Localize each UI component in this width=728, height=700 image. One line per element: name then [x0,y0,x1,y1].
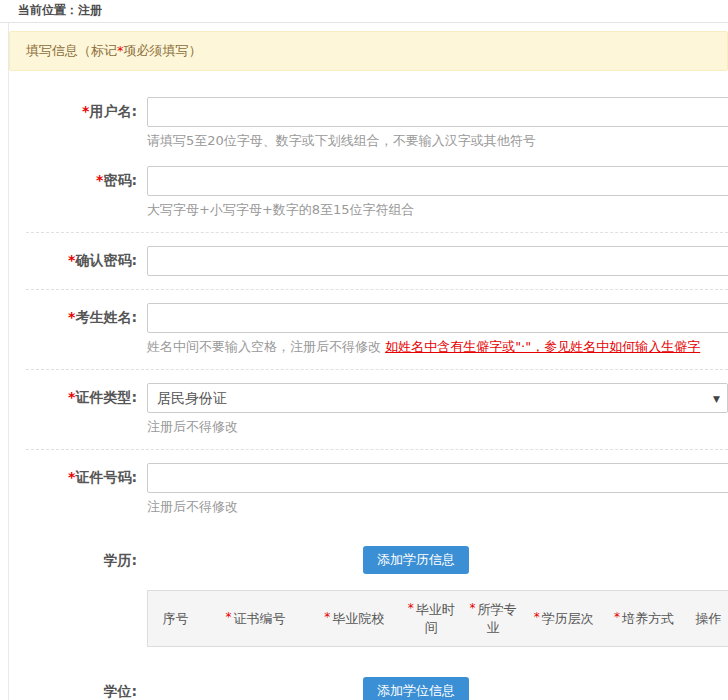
education-col-index: 序号 [148,591,204,647]
id-type-select[interactable]: 居民身份证 ▼ [147,383,728,413]
field-id-number: *证件号码: 注册后不得修改 [9,463,728,516]
education-table: 序号 *证书编号 *毕业院校 *毕业时间 *所学专业 *学历层次 *培养方式 操… [147,590,728,647]
education-col-actions: 操作 [684,591,728,647]
candidate-name-hint-text: 姓名中间不要输入空格，注册后不得修改 [147,339,381,354]
education-col-school: *毕业院校 [308,591,401,647]
password-input[interactable] [147,166,728,196]
id-number-input[interactable] [147,463,728,493]
candidate-name-label: *考生姓名: [9,303,137,327]
section-education: 学历: 添加学历信息 序号 *证书编号 *毕业院校 [9,546,728,647]
divider [26,232,728,233]
required-asterisk: * [225,610,231,624]
divider [26,369,728,370]
password-label: *密码: [9,166,137,190]
field-password: *密码: 大写字母+小写字母+数字的8至15位字符组合 [9,166,728,219]
education-label: 学历: [9,546,137,570]
rare-character-help-link[interactable]: 如姓名中含有生僻字或"·"，参见姓名中如何输入生僻字 [385,339,700,354]
chevron-down-icon: ▼ [713,384,720,414]
field-id-type: *证件类型: 居民身份证 ▼ 注册后不得修改 [9,383,728,436]
education-col-graduation-time: *毕业时间 [400,591,462,647]
password-hint: 大写字母+小写字母+数字的8至15位字符组合 [147,201,728,219]
confirm-password-label: *确认密码: [9,246,137,270]
id-type-label: *证件类型: [9,383,137,407]
degree-label: 学位: [9,677,137,700]
add-education-button[interactable]: 添加学历信息 [363,546,469,574]
education-table-header-row: 序号 *证书编号 *毕业院校 *毕业时间 *所学专业 *学历层次 *培养方式 操… [148,591,728,647]
candidate-name-input[interactable] [147,303,728,333]
registration-page: 当前位置：注册 填写信息（标记*项必须填写） *用户名: 请填写5至20位字母、… [0,0,728,700]
username-input[interactable] [147,97,728,127]
required-asterisk: * [324,610,330,624]
candidate-name-hint: 姓名中间不要输入空格，注册后不得修改 如姓名中含有生僻字或"·"，参见姓名中如何… [147,338,728,356]
username-hint: 请填写5至20位字母、数字或下划线组合，不要输入汉字或其他符号 [147,132,728,150]
id-type-hint: 注册后不得修改 [147,418,728,436]
education-col-level: *学历层次 [524,591,604,647]
section-degree: 学位: 添加学位信息 序号 *证书编号 *学校名称 [9,677,728,700]
required-asterisk: * [534,610,540,624]
confirm-password-label-text: 确认密码: [75,252,137,268]
id-number-label-text: 证件号码: [75,469,137,485]
password-label-text: 密码: [103,172,137,188]
add-degree-button[interactable]: 添加学位信息 [363,677,469,700]
required-asterisk: * [469,601,475,615]
breadcrumb: 当前位置：注册 [0,0,728,23]
education-col-major: *所学专业 [462,591,524,647]
divider [26,289,728,290]
username-label-text: 用户名: [89,103,137,119]
confirm-password-input[interactable] [147,246,728,276]
field-username: *用户名: 请填写5至20位字母、数字或下划线组合，不要输入汉字或其他符号 [9,97,728,150]
id-number-label: *证件号码: [9,463,137,487]
education-col-training-mode: *培养方式 [604,591,684,647]
username-label: *用户名: [9,97,137,121]
id-type-selected-value: 居民身份证 [157,390,227,406]
id-number-hint: 注册后不得修改 [147,498,728,516]
required-asterisk: * [614,610,620,624]
banner-text-prefix: 填写信息（标记 [26,43,117,58]
field-candidate-name: *考生姓名: 姓名中间不要输入空格，注册后不得修改 如姓名中含有生僻字或"·"，… [9,303,728,356]
candidate-name-label-text: 考生姓名: [75,309,137,325]
banner-text-suffix: 项必须填写） [124,43,202,58]
divider [26,449,728,450]
field-confirm-password: *确认密码: [9,246,728,276]
breadcrumb-text: 当前位置：注册 [18,3,102,17]
education-col-cert-number: *证书编号 [203,591,308,647]
main-container: 填写信息（标记*项必须填写） *用户名: 请填写5至20位字母、数字或下划线组合… [8,23,728,700]
required-asterisk: * [408,601,414,615]
info-banner: 填写信息（标记*项必须填写） [9,31,728,71]
id-type-label-text: 证件类型: [75,389,137,405]
